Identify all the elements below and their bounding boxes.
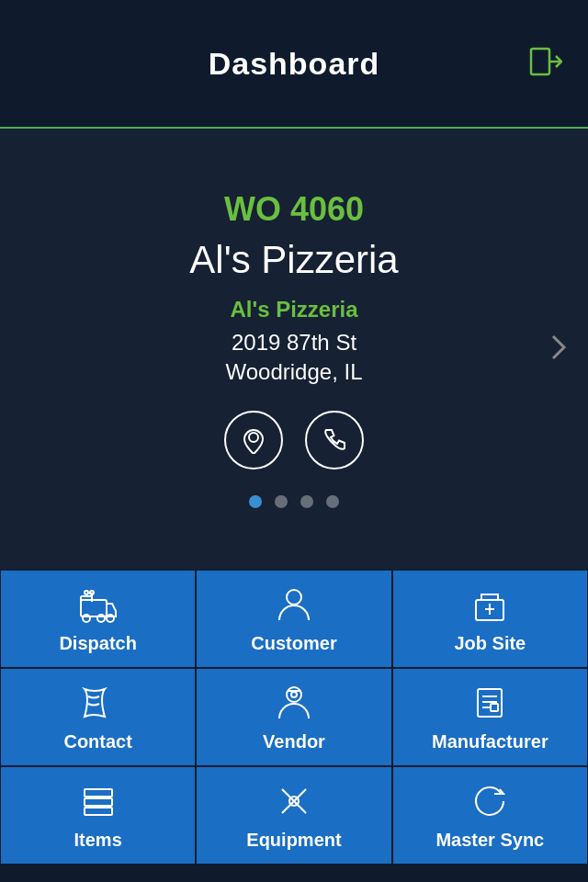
nav-vendor[interactable]: Vendor <box>196 668 391 766</box>
customer-label: Customer <box>251 633 336 654</box>
nav-grid: Dispatch Customer Job Site Contact <box>0 570 588 864</box>
manufacturer-label: Manufacturer <box>432 731 548 752</box>
equipment-icon <box>273 780 315 822</box>
mastersync-label: Master Sync <box>435 830 544 851</box>
address-line1: 2019 87th St <box>232 330 356 356</box>
business-name-large: Al's Pizzeria <box>189 238 398 282</box>
svg-point-16 <box>287 687 301 702</box>
wo-number: WO 4060 <box>224 190 364 229</box>
nav-mastersync[interactable]: Master Sync <box>392 766 588 865</box>
nav-equipment[interactable]: Equipment <box>196 766 391 865</box>
vendor-icon <box>273 682 315 724</box>
svg-rect-23 <box>491 704 498 711</box>
vendor-label: Vendor <box>263 731 325 752</box>
equipment-label: Equipment <box>246 830 341 851</box>
customer-icon <box>273 583 315 626</box>
next-arrow[interactable] <box>544 333 573 366</box>
dispatch-icon <box>77 583 119 626</box>
header: Dashboard <box>0 0 588 129</box>
items-label: Items <box>74 830 122 851</box>
svg-rect-3 <box>81 600 107 616</box>
svg-point-11 <box>85 591 88 594</box>
dispatch-label: Dispatch <box>59 633 136 654</box>
phone-button[interactable] <box>305 411 364 469</box>
action-icons <box>224 411 364 469</box>
svg-point-17 <box>291 692 297 697</box>
manufacturer-icon <box>469 682 511 724</box>
nav-contact[interactable]: Contact <box>0 668 196 766</box>
svg-rect-24 <box>85 808 112 815</box>
carousel-dots <box>249 495 339 508</box>
jobsite-icon <box>469 583 511 626</box>
svg-rect-25 <box>85 798 112 806</box>
nav-jobsite[interactable]: Job Site <box>392 570 588 668</box>
svg-rect-26 <box>85 789 112 797</box>
main-card: WO 4060 Al's Pizzeria Al's Pizzeria 2019… <box>0 129 588 570</box>
dot-3[interactable] <box>300 495 313 508</box>
location-button[interactable] <box>224 411 283 469</box>
address-line2: Woodridge, IL <box>226 359 363 385</box>
logout-icon <box>529 45 562 82</box>
contact-icon <box>77 682 119 724</box>
nav-items[interactable]: Items <box>0 766 196 865</box>
svg-point-12 <box>287 590 301 605</box>
items-icon <box>77 780 119 822</box>
dot-2[interactable] <box>275 495 288 508</box>
contact-label: Contact <box>63 731 131 752</box>
nav-dispatch[interactable]: Dispatch <box>0 570 196 668</box>
jobsite-label: Job Site <box>454 633 526 654</box>
page-title: Dashboard <box>209 46 380 82</box>
dot-4[interactable] <box>326 495 339 508</box>
business-name-link[interactable]: Al's Pizzeria <box>230 297 357 322</box>
logout-button[interactable] <box>526 43 566 84</box>
dot-1[interactable] <box>249 495 262 508</box>
nav-customer[interactable]: Customer <box>196 570 391 668</box>
nav-manufacturer[interactable]: Manufacturer <box>392 668 588 766</box>
mastersync-icon <box>469 780 511 822</box>
svg-rect-0 <box>531 49 549 74</box>
svg-point-2 <box>249 433 258 442</box>
